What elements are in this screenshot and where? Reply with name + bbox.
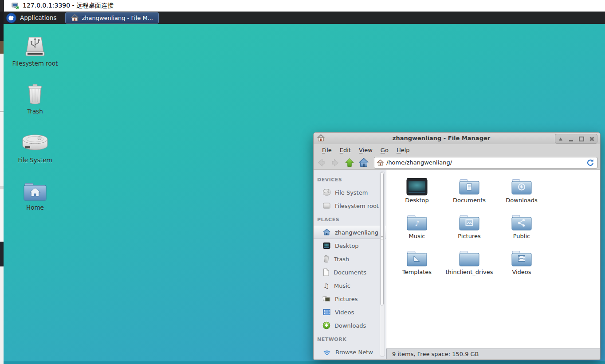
sidebar-item-browse-netw[interactable]: Browse Netw	[314, 345, 380, 359]
desktop-icon-label: File System	[11, 157, 59, 164]
file-item-label: Downloads	[495, 197, 548, 204]
home-blue-icon	[322, 228, 331, 236]
sidebar-item-downloads[interactable]: Downloads	[314, 319, 380, 332]
menu-file[interactable]: File	[318, 147, 336, 153]
applications-menu-button[interactable]: Applications	[4, 12, 62, 24]
taskbar-button-file-manager[interactable]: zhangwenliang - File M...	[65, 12, 159, 23]
sidebar-item-desktop[interactable]: Desktop	[314, 239, 380, 252]
forward-button[interactable]	[329, 157, 342, 168]
sidebar-item-filesystem-root[interactable]: Filesystem root	[314, 199, 380, 212]
sidebar-item-label: Music	[334, 282, 350, 289]
background-fragment	[0, 41, 4, 54]
shade-button[interactable]	[555, 134, 566, 143]
remote-desktop-icon	[12, 2, 19, 9]
scrollbar-thumb[interactable]	[380, 172, 384, 305]
window-titlebar[interactable]: zhangwenliang - File Manager	[314, 133, 600, 145]
download-circle-icon	[322, 321, 330, 329]
window-home-icon	[317, 134, 325, 141]
taskbar-button-label: zhangwenliang - File M...	[82, 15, 153, 21]
sidebar-item-music[interactable]: ♫Music	[314, 279, 380, 292]
sidebar-scrollbar[interactable]	[380, 172, 385, 357]
minimize-button[interactable]	[566, 134, 577, 143]
window-content: DEVICESFile SystemFilesystem rootPLACESz…	[314, 170, 600, 359]
sidebar: DEVICESFile SystemFilesystem rootPLACESz…	[314, 170, 386, 359]
host-titlebar: 127.0.0.1:3390 - 远程桌面连接	[0, 0, 605, 12]
background-fragment	[0, 186, 4, 189]
menu-go[interactable]: Go	[377, 147, 393, 153]
home-folder-large-icon	[11, 180, 59, 202]
sidebar-item-trash[interactable]: Trash	[314, 252, 380, 266]
file-item-desktop[interactable]: Desktop	[391, 176, 443, 212]
sidebar-item-label: Desktop	[335, 243, 359, 249]
menu-help[interactable]: Help	[393, 147, 414, 153]
sidebar-item-label: Videos	[335, 309, 354, 316]
background-fragment	[0, 12, 4, 41]
maximize-icon	[579, 137, 584, 141]
trash-large-icon	[11, 83, 59, 106]
window-title: zhangwenliang - File Manager	[331, 133, 551, 144]
file-item-videos[interactable]: Videos	[495, 248, 548, 284]
background-fragment	[0, 189, 4, 242]
background-fragment	[0, 0, 4, 12]
host-title: 127.0.0.1:3390 - 远程桌面连接	[23, 2, 114, 10]
file-item-thinclient-drives[interactable]: thinclient_drives	[443, 248, 495, 284]
background-fragment	[0, 242, 4, 266]
folder-pic-icon	[443, 212, 495, 231]
desktop-icon-home[interactable]: Home	[11, 180, 59, 211]
menu-edit[interactable]: Edit	[336, 147, 355, 153]
file-item-label: thinclient_drives	[443, 269, 495, 275]
sidebar-item-file-system[interactable]: File System	[314, 186, 380, 199]
file-view: DesktopDocumentsDownloads♪MusicPicturesP…	[386, 170, 600, 348]
toolbar: /home/zhangwenliang/	[314, 156, 600, 170]
screen-dark-icon	[391, 176, 443, 196]
applications-label: Applications	[20, 14, 56, 21]
path-text[interactable]: /home/zhangwenliang/	[386, 159, 585, 166]
drive-white-icon	[322, 202, 331, 210]
sidebar-item-documents[interactable]: Documents	[314, 266, 380, 279]
file-item-public[interactable]: Public	[495, 212, 548, 248]
usb-drive-large-icon	[11, 35, 59, 58]
sidebar-item-zhangwenliang[interactable]: zhangwenliang	[314, 226, 386, 239]
file-item-label: Templates	[391, 269, 443, 275]
sidebar-item-pictures[interactable]: Pictures	[314, 292, 380, 305]
refresh-button[interactable]	[585, 158, 595, 168]
sidebar-item-label: Documents	[334, 269, 366, 276]
file-item-music[interactable]: ♪Music	[391, 212, 443, 248]
file-item-documents[interactable]: Documents	[443, 176, 495, 212]
folder-music-icon: ♪	[391, 212, 443, 231]
file-item-templates[interactable]: Templates	[391, 248, 443, 284]
harddisk-large-icon	[11, 132, 59, 154]
screen: 127.0.0.1:3390 - 远程桌面连接 Applications zha…	[0, 0, 605, 364]
desktop-bottom-strip	[4, 361, 605, 364]
maximize-button[interactable]	[576, 134, 587, 143]
folder-down-icon	[495, 176, 548, 196]
path-bar[interactable]: /home/zhangwenliang/	[374, 157, 597, 168]
background-fragment	[0, 266, 4, 364]
folder-share-icon	[495, 212, 548, 231]
menu-view[interactable]: View	[355, 147, 377, 153]
close-button[interactable]	[587, 134, 597, 143]
up-button[interactable]	[343, 157, 356, 168]
desktop-icon-filesystem-root[interactable]: Filesystem root	[11, 35, 59, 67]
forward-icon	[330, 157, 341, 168]
background-fragment	[0, 112, 4, 186]
back-icon	[316, 157, 326, 168]
home-icon	[358, 157, 369, 168]
home-icon	[71, 14, 79, 21]
sidebar-header-devices: DEVICES	[314, 172, 380, 186]
desktop-icon-trash[interactable]: Trash	[11, 83, 59, 115]
file-item-label: Public	[495, 233, 548, 239]
sidebar-item-label: Pictures	[335, 296, 358, 302]
sidebar-item-label: Browse Netw	[335, 349, 373, 356]
desktop-small-icon	[322, 242, 331, 250]
home-button[interactable]	[357, 157, 370, 168]
xfce-panel: Applications zhangwenliang - File M...	[4, 12, 605, 24]
file-item-pictures[interactable]: Pictures	[443, 212, 495, 248]
sidebar-item-videos[interactable]: Videos	[314, 305, 380, 319]
back-button[interactable]	[314, 157, 328, 168]
desktop-icon-file-system[interactable]: File System	[11, 132, 59, 164]
svg-text:♫: ♫	[323, 282, 330, 290]
sidebar-item-label: File System	[335, 189, 368, 196]
file-item-downloads[interactable]: Downloads	[495, 176, 548, 212]
folder-doc-icon	[443, 176, 495, 196]
